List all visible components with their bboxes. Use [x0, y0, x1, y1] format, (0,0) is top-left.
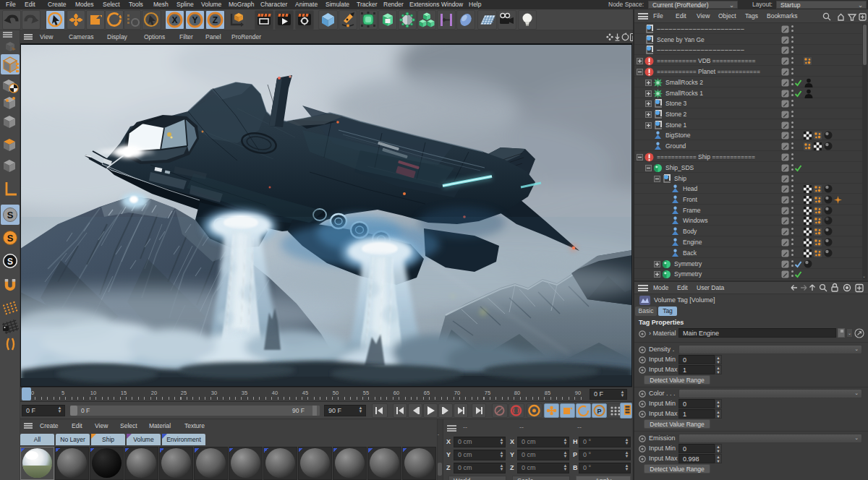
svg-text:P: P [597, 408, 601, 415]
svg-text:S: S [7, 257, 13, 267]
svg-text:Y: Y [192, 15, 197, 25]
svg-text:X: X [171, 15, 177, 25]
svg-text:Z: Z [213, 15, 218, 25]
svg-text:S: S [7, 210, 14, 220]
svg-text:S: S [7, 233, 14, 244]
